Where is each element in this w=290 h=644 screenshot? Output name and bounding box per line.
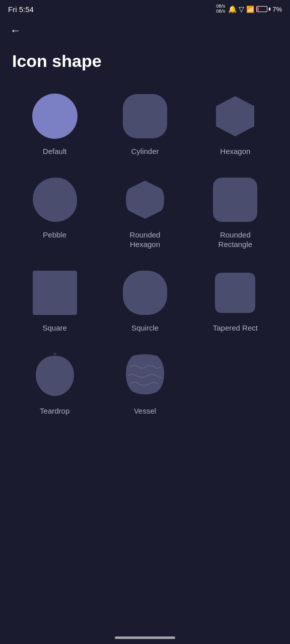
status-bar: Fri 5:54 0B/s 0B/s 🔔 ▽ 📶 7% <box>0 0 290 18</box>
shape-item-default[interactable]: Default <box>12 86 97 165</box>
shape-label-rounded-hexagon: RoundedHexagon <box>130 230 161 250</box>
shape-visual-vessel <box>120 351 170 401</box>
shape-item-hexagon[interactable]: Hexagon <box>193 86 278 165</box>
network-speed: 0B/s 0B/s <box>216 4 225 14</box>
shape-tapered-rect-svg <box>213 271 257 315</box>
status-icons: 0B/s 0B/s 🔔 ▽ 📶 7% <box>216 4 282 14</box>
shape-label-square: Square <box>42 323 66 333</box>
shape-rounded-rect-shape <box>213 178 257 222</box>
battery-icon <box>256 6 270 12</box>
shape-label-rounded-rectangle: RoundedRectangle <box>219 230 253 250</box>
bottom-spacer <box>0 424 290 454</box>
shape-vessel-svg <box>123 352 167 400</box>
shape-item-rounded-hexagon[interactable]: RoundedHexagon <box>102 170 187 258</box>
shape-label-teardrop: Teardrop <box>40 406 69 416</box>
shape-item-tapered-rect[interactable]: Tapered Rect <box>193 263 278 341</box>
shape-hexagon-svg <box>213 94 257 138</box>
shape-label-default: Default <box>43 146 67 156</box>
shape-default-circle <box>32 94 78 139</box>
battery-percent: 7% <box>272 6 282 13</box>
shape-label-squircle: Squircle <box>131 323 159 333</box>
page-title: Icon shape <box>0 41 290 86</box>
shape-item-square[interactable]: Square <box>12 263 97 341</box>
shape-visual-tapered-rect <box>210 268 260 318</box>
signal-icon: 📶 <box>246 6 254 13</box>
shape-visual-teardrop <box>30 351 80 401</box>
shape-item-cylinder[interactable]: Cylinder <box>102 86 187 165</box>
shape-rounded-hexagon-svg <box>123 178 167 222</box>
shape-item-vessel[interactable]: Vessel <box>102 346 187 424</box>
back-button[interactable]: ← <box>0 18 290 41</box>
shape-visual-hexagon <box>210 91 260 141</box>
shape-square-shape <box>33 271 77 315</box>
shape-visual-cylinder <box>120 91 170 141</box>
shape-visual-square <box>30 268 80 318</box>
shape-item-pebble[interactable]: Pebble <box>12 170 97 258</box>
shape-item-teardrop[interactable]: Teardrop <box>12 346 97 424</box>
svg-marker-0 <box>216 96 254 136</box>
shape-label-tapered-rect: Tapered Rect <box>213 323 258 333</box>
shape-visual-rounded-rectangle <box>210 175 260 225</box>
shape-visual-pebble <box>30 175 80 225</box>
shape-label-pebble: Pebble <box>43 230 66 240</box>
shape-cylinder-shape <box>123 94 167 138</box>
shape-label-cylinder: Cylinder <box>131 146 159 156</box>
shapes-grid: Default Cylinder Hexagon Pebble RoundedH… <box>0 86 290 424</box>
shape-label-vessel: Vessel <box>134 406 156 416</box>
shape-visual-rounded-hexagon <box>120 175 170 225</box>
notification-icon: 🔔 <box>228 5 237 13</box>
shape-visual-default <box>30 91 80 141</box>
status-time: Fri 5:54 <box>8 5 34 14</box>
back-arrow-icon: ← <box>10 24 21 37</box>
home-indicator <box>115 636 175 639</box>
shape-pebble-shape <box>33 178 77 222</box>
shape-teardrop-svg <box>33 352 77 400</box>
shape-visual-squircle <box>120 268 170 318</box>
shape-label-hexagon: Hexagon <box>220 146 250 156</box>
shape-item-squircle[interactable]: Squircle <box>102 263 187 341</box>
shape-squircle-shape <box>123 271 167 315</box>
shape-item-rounded-rectangle[interactable]: RoundedRectangle <box>193 170 278 258</box>
wifi-icon: ▽ <box>239 5 244 13</box>
